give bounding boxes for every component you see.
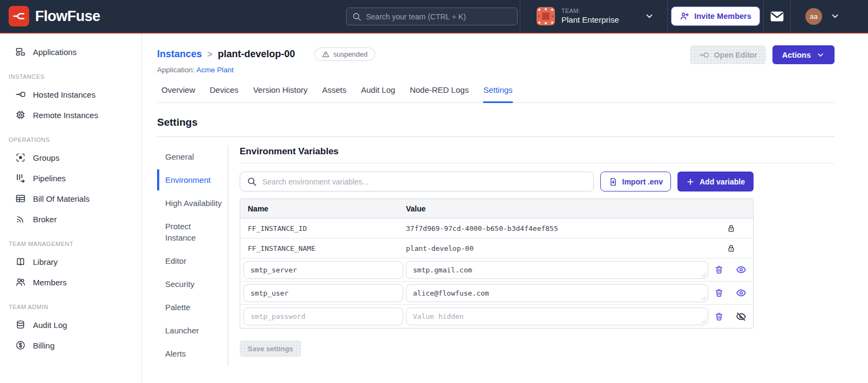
settings-nav-high-availability[interactable]: High Availability xyxy=(157,193,222,214)
page-title: plant-develop-00 xyxy=(218,49,295,60)
settings-nav-editor[interactable]: Editor xyxy=(157,250,222,271)
application-row: Application: Acme Plant xyxy=(157,66,835,74)
settings-nav-general[interactable]: General xyxy=(157,146,222,167)
import-env-button[interactable]: Import .env xyxy=(600,172,671,191)
actions-button[interactable]: Actions xyxy=(772,45,835,64)
invite-members-label: Invite Members xyxy=(694,12,751,20)
chevron-down-icon[interactable] xyxy=(830,11,840,21)
sidebar: Applications INSTANCES Hosted Instances … xyxy=(0,33,142,383)
flowfuse-logo[interactable]: FlowFuse xyxy=(9,6,100,26)
sidebar-item-groups[interactable]: Groups xyxy=(0,147,141,168)
tab-audit-log[interactable]: Audit Log xyxy=(361,85,395,103)
invite-members-button[interactable]: Invite Members xyxy=(671,6,760,26)
tab-assets[interactable]: Assets xyxy=(322,85,347,103)
column-header-value: Value xyxy=(406,204,753,213)
table-row xyxy=(240,305,753,328)
env-search xyxy=(240,172,594,191)
table-row: FF_INSTANCE_ID 37f7d969-97cd-4000-b650-b… xyxy=(240,218,753,238)
sidebar-item-audit-log[interactable]: Audit Log xyxy=(0,314,141,335)
show-value-button[interactable] xyxy=(736,264,747,275)
search-icon xyxy=(247,176,257,187)
import-file-icon xyxy=(608,177,618,187)
user-plus-icon xyxy=(680,11,689,21)
lock-icon xyxy=(727,224,736,233)
sidebar-item-billing[interactable]: Billing xyxy=(0,335,141,355)
sidebar-section-team-admin: TEAM ADMIN xyxy=(9,304,141,310)
sidebar-item-remote-instances[interactable]: Remote Instances xyxy=(0,105,141,125)
env-var-name-input[interactable] xyxy=(243,284,403,302)
avatar[interactable]: aa xyxy=(805,8,822,25)
tab-settings[interactable]: Settings xyxy=(483,85,512,103)
env-var-value-input[interactable]: smtp.gmail.com xyxy=(406,262,708,278)
sidebar-item-label: Pipelines xyxy=(33,174,66,183)
team-label: TEAM: xyxy=(561,8,619,15)
tab-overview[interactable]: Overview xyxy=(161,85,195,103)
env-search-input[interactable] xyxy=(262,177,587,186)
settings-nav-environment[interactable]: Environment xyxy=(157,169,222,190)
env-var-name-input[interactable] xyxy=(243,261,403,279)
sidebar-item-applications[interactable]: Applications xyxy=(0,42,141,62)
node-branch-icon xyxy=(15,89,26,100)
mail-icon[interactable] xyxy=(770,9,784,24)
settings-nav-security[interactable]: Security xyxy=(157,273,222,295)
settings-nav-palette[interactable]: Palette xyxy=(157,297,222,318)
chevron-down-icon[interactable] xyxy=(645,11,654,21)
table-row: smtp.gmail.com xyxy=(240,258,753,282)
invite-members-section: Invite Members xyxy=(667,0,763,32)
hide-value-button[interactable] xyxy=(736,311,747,322)
breadcrumb-instances-link[interactable]: Instances xyxy=(157,49,202,60)
sidebar-item-label: Groups xyxy=(33,153,59,162)
settings-nav-alerts[interactable]: Alerts xyxy=(157,343,222,364)
env-section-title: Environment Variables xyxy=(240,146,835,157)
broker-signal-icon xyxy=(15,214,26,224)
add-variable-label: Add variable xyxy=(700,177,745,186)
plus-icon xyxy=(686,177,695,186)
trash-icon xyxy=(714,288,724,298)
top-navbar: FlowFuse TEAM: Plant Enterprise xyxy=(0,0,868,33)
settings-divider xyxy=(157,136,835,137)
env-var-name-input[interactable] xyxy=(243,307,403,325)
search-icon xyxy=(352,12,362,22)
save-settings-button[interactable]: Save settings xyxy=(240,340,301,357)
env-var-value-input[interactable] xyxy=(406,308,708,325)
team-switcher[interactable]: TEAM: Plant Enterprise xyxy=(520,0,667,32)
instance-tabs: Overview Devices Version History Assets … xyxy=(157,85,835,103)
settings-nav-protect-instance[interactable]: Protect Instance xyxy=(157,216,222,248)
table-header: Name Value xyxy=(240,199,753,218)
import-env-label: Import .env xyxy=(622,177,663,186)
pipelines-icon xyxy=(15,173,26,183)
sidebar-item-hosted-instances[interactable]: Hosted Instances xyxy=(0,84,141,105)
add-variable-button[interactable]: Add variable xyxy=(677,172,754,191)
application-link[interactable]: Acme Plant xyxy=(196,66,234,74)
notifications-section xyxy=(763,0,790,32)
sidebar-item-members[interactable]: Members xyxy=(0,272,141,292)
env-var-value: 37f7d969-97cd-4000-b650-b3d4f4eef855 xyxy=(406,224,709,232)
show-value-button[interactable] xyxy=(736,288,747,298)
sidebar-item-label: Hosted Instances xyxy=(33,90,96,99)
warning-icon xyxy=(322,50,330,58)
env-section-divider xyxy=(240,163,835,163)
tab-version-history[interactable]: Version History xyxy=(253,85,308,103)
team-search xyxy=(346,8,518,25)
tab-devices[interactable]: Devices xyxy=(210,85,239,103)
sidebar-item-label: Bill Of Materials xyxy=(33,194,90,203)
tab-node-red-logs[interactable]: Node-RED Logs xyxy=(410,85,469,103)
team-search-input[interactable] xyxy=(366,12,512,21)
book-icon xyxy=(15,256,26,267)
delete-variable-button[interactable] xyxy=(714,312,724,322)
sidebar-item-library[interactable]: Library xyxy=(0,251,141,272)
env-var-value-input[interactable]: alice@flowfuse.com xyxy=(406,285,708,302)
sidebar-item-bill-of-materials[interactable]: Bill Of Materials xyxy=(0,188,141,209)
env-var-value-box: smtp.gmail.com xyxy=(406,261,708,279)
eye-icon xyxy=(736,264,747,275)
table-row: FF_INSTANCE_NAME plant-develop-00 xyxy=(240,238,753,258)
user-menu[interactable]: aa xyxy=(790,0,868,32)
sidebar-item-broker[interactable]: Broker xyxy=(0,209,141,229)
sidebar-section-instances: INSTANCES xyxy=(9,73,141,80)
delete-variable-button[interactable] xyxy=(714,265,724,275)
open-editor-button[interactable]: Open Editor xyxy=(690,45,766,64)
delete-variable-button[interactable] xyxy=(714,288,724,298)
sidebar-item-pipelines[interactable]: Pipelines xyxy=(0,168,141,188)
env-var-name: FF_INSTANCE_ID xyxy=(240,224,406,232)
settings-nav-launcher[interactable]: Launcher xyxy=(157,320,222,341)
